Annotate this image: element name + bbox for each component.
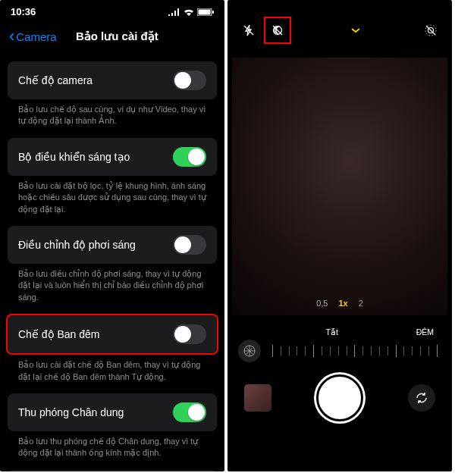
night-mode-off-icon (271, 23, 284, 37)
camera-topbar (228, 0, 452, 52)
row-night-mode: Chế độ Ban đêm (8, 315, 217, 353)
row-live-photo: Live Photo (8, 470, 217, 471)
highlight-night-icon (264, 17, 291, 44)
wifi-icon (184, 8, 194, 16)
camera-screen: 0,5 1x 2 . Tắt ĐÊM (228, 0, 452, 471)
row-label: Chế độ camera (18, 74, 93, 86)
chevron-button[interactable] (345, 20, 366, 41)
filter-icon (243, 344, 256, 358)
switch-camera-button[interactable] (408, 384, 435, 412)
filter-button[interactable] (238, 340, 261, 362)
row-label: Chế độ Ban đêm (18, 328, 100, 340)
row-label: Bộ điều khiển sáng tạo (18, 151, 130, 163)
shutter-row (228, 362, 452, 421)
chevron-left-icon: ‹ (9, 28, 14, 45)
status-bar: 10:36 (0, 0, 224, 23)
dial-labels: . Tắt ĐÊM (238, 327, 441, 340)
dial-row (238, 340, 441, 362)
settings-screen: 10:36 ‹ Camera Bảo lưu cài đặt Chế độ ca… (0, 0, 224, 471)
toggle-exposure[interactable] (173, 235, 206, 255)
chevron-down-icon (350, 27, 361, 33)
svg-rect-2 (212, 11, 214, 14)
row-creative-controls: Bộ điều khiển sáng tạo (8, 138, 217, 176)
viewfinder[interactable]: 0,5 1x 2 (232, 58, 447, 315)
camera-topbar-left (238, 17, 291, 44)
row-label: Thu phóng Chân dung (18, 406, 124, 418)
controls-band: . Tắt ĐÊM (228, 327, 452, 362)
status-icons (168, 8, 214, 16)
status-time: 10:36 (11, 6, 36, 17)
zoom-1x[interactable]: 1x (338, 299, 347, 308)
flash-off-icon (242, 23, 256, 37)
label-off: Tắt (326, 327, 338, 337)
row-camera-mode: Chế độ camera (8, 61, 217, 99)
switch-camera-icon (414, 390, 429, 406)
last-photo-thumbnail[interactable] (244, 384, 271, 412)
night-mode-button[interactable] (267, 20, 288, 41)
shutter-button[interactable] (316, 374, 363, 421)
signal-icon (168, 8, 180, 16)
zoom-2[interactable]: 2 (359, 299, 363, 308)
label-night: ĐÊM (416, 327, 434, 337)
toggle-portrait-zoom[interactable] (173, 402, 206, 422)
live-photo-button[interactable] (420, 20, 441, 41)
toggle-creative-controls[interactable] (173, 147, 206, 167)
page-title: Bảo lưu cài đặt (19, 30, 215, 43)
row-label: Điều chỉnh độ phơi sáng (18, 239, 136, 251)
row-desc: Bảo lưu thu phóng chế độ Chân dung, thay… (0, 431, 224, 470)
row-desc: Bảo lưu cài đặt bộ lọc, tỷ lệ khung hình… (0, 176, 224, 226)
flash-button[interactable] (238, 20, 259, 41)
row-portrait-zoom: Thu phóng Chân dung (8, 393, 217, 431)
row-desc: Bảo lưu chế độ sau cùng, ví dụ như Video… (0, 99, 224, 138)
row-desc: Bảo lưu điều chỉnh độ phơi sáng, thay vì… (0, 264, 224, 314)
svg-rect-1 (199, 9, 211, 14)
row-desc: Bảo lưu cài đặt chế độ Ban đêm, thay vì … (0, 355, 224, 393)
toggle-night-mode[interactable] (173, 324, 206, 344)
zoom-selector[interactable]: 0,5 1x 2 (316, 299, 363, 308)
highlight-night-mode: Chế độ Ban đêm (6, 314, 218, 355)
toggle-camera-mode[interactable] (173, 70, 206, 90)
night-dial[interactable] (268, 343, 441, 359)
row-exposure: Điều chỉnh độ phơi sáng (8, 226, 217, 264)
header: ‹ Camera Bảo lưu cài đặt (0, 23, 224, 54)
battery-icon (197, 8, 214, 16)
live-photo-off-icon (423, 23, 438, 38)
zoom-0-5[interactable]: 0,5 (316, 299, 328, 308)
settings-list: Chế độ camera Bảo lưu chế độ sau cùng, v… (0, 54, 224, 471)
